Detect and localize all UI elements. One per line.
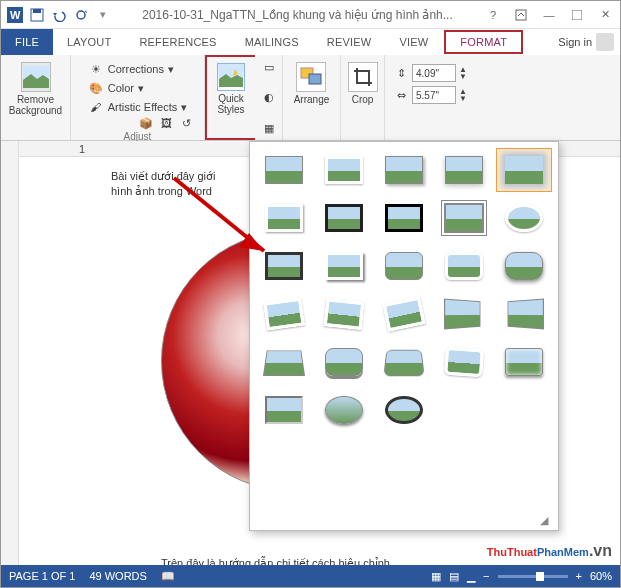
picture-layout-icon[interactable]: ▦ — [261, 120, 277, 136]
zoom-in-icon[interactable]: + — [576, 570, 582, 582]
svg-text:W: W — [10, 9, 21, 21]
remove-background-button[interactable]: Remove Background — [5, 58, 66, 116]
style-thumb[interactable] — [376, 148, 432, 192]
maximize-icon[interactable] — [566, 5, 588, 25]
reset-icon[interactable]: ↺ — [178, 115, 194, 131]
style-thumb[interactable] — [496, 244, 552, 288]
color-label: Color — [108, 82, 134, 94]
crop-button[interactable]: Crop — [344, 58, 382, 105]
tab-layout[interactable]: LAYOUT — [53, 29, 125, 55]
tab-format[interactable]: FORMAT — [444, 30, 523, 54]
height-row: ⇕ 4.09" ▲▼ — [393, 64, 467, 82]
style-thumb[interactable] — [316, 388, 372, 432]
style-thumb[interactable] — [496, 340, 552, 384]
svg-rect-10 — [309, 74, 321, 84]
corrections-label: Corrections — [108, 63, 164, 75]
undo-icon[interactable] — [49, 5, 69, 25]
style-thumb[interactable] — [436, 340, 492, 384]
change-picture-icon[interactable]: 🖼 — [158, 115, 174, 131]
style-thumb[interactable] — [256, 340, 312, 384]
page-indicator[interactable]: PAGE 1 OF 1 — [9, 570, 75, 582]
corrections-button[interactable]: ☀Corrections ▾ — [88, 61, 187, 77]
body-text: Bài viết dưới đây giới — [111, 169, 215, 184]
tab-file[interactable]: FILE — [1, 29, 53, 55]
style-thumb[interactable] — [376, 244, 432, 288]
tab-references[interactable]: REFERENCES — [125, 29, 230, 55]
compress-icon[interactable]: 📦 — [138, 115, 154, 131]
word-app-icon[interactable]: W — [5, 5, 25, 25]
artistic-effects-button[interactable]: 🖌Artistic Effects ▾ — [88, 99, 187, 115]
quick-access-toolbar: W ▾ — [5, 5, 113, 25]
qat-dropdown-icon[interactable]: ▾ — [93, 5, 113, 25]
ribbon-display-icon[interactable] — [510, 5, 532, 25]
minimize-icon[interactable]: — — [538, 5, 560, 25]
style-thumb[interactable] — [496, 196, 552, 240]
close-icon[interactable]: ✕ — [594, 5, 616, 25]
gallery-expand-icon[interactable]: ◢ — [540, 514, 552, 526]
style-thumb[interactable] — [436, 292, 492, 336]
palette-icon: 🎨 — [88, 80, 104, 96]
style-thumb[interactable] — [316, 196, 372, 240]
svg-point-4 — [77, 11, 85, 19]
group-remove-background: Remove Background — [1, 55, 71, 140]
view-print-icon[interactable]: ▤ — [449, 570, 459, 583]
quick-styles-button[interactable]: Quick Styles — [213, 59, 249, 115]
proofing-icon[interactable]: 📖 — [161, 570, 175, 583]
view-read-icon[interactable]: ▦ — [431, 570, 441, 583]
style-thumb[interactable] — [436, 196, 492, 240]
style-thumb[interactable] — [376, 292, 432, 336]
quick-styles-label: Quick Styles — [217, 93, 244, 115]
style-thumb[interactable] — [376, 196, 432, 240]
stepper-icon[interactable]: ▲▼ — [459, 66, 467, 80]
zoom-out-icon[interactable]: − — [483, 570, 489, 582]
arrange-button[interactable]: Arrange — [290, 58, 334, 105]
window-controls: ? — ✕ — [482, 5, 616, 25]
width-input[interactable]: 5.57" — [412, 86, 456, 104]
tab-mailings[interactable]: MAILINGS — [231, 29, 313, 55]
status-bar: PAGE 1 OF 1 49 WORDS 📖 ▦ ▤ ▁ − + 60% — [1, 565, 620, 587]
svg-rect-6 — [572, 10, 582, 20]
save-icon[interactable] — [27, 5, 47, 25]
style-thumb[interactable] — [256, 148, 312, 192]
zoom-slider-thumb[interactable] — [536, 572, 544, 581]
ruler-mark: 1 — [79, 143, 85, 155]
redo-icon[interactable] — [71, 5, 91, 25]
style-thumb[interactable] — [256, 244, 312, 288]
style-thumb-selected[interactable] — [496, 148, 552, 192]
remove-background-icon — [21, 62, 51, 92]
stepper-icon[interactable]: ▲▼ — [459, 88, 467, 102]
style-thumb[interactable] — [316, 244, 372, 288]
style-thumb[interactable] — [256, 388, 312, 432]
tab-view[interactable]: VIEW — [385, 29, 442, 55]
gallery-grid — [256, 148, 552, 432]
watermark-b: PhanMem — [537, 546, 589, 558]
zoom-slider[interactable] — [498, 575, 568, 578]
style-thumb[interactable] — [436, 244, 492, 288]
sign-in-label: Sign in — [558, 36, 592, 48]
style-thumb[interactable] — [316, 148, 372, 192]
sign-in[interactable]: Sign in — [552, 29, 620, 55]
style-thumb[interactable] — [376, 340, 432, 384]
group-crop: Crop — [341, 55, 385, 140]
picture-border-icon[interactable]: ▭ — [261, 59, 277, 75]
group-quick-styles: Quick Styles — [205, 55, 255, 140]
style-thumb[interactable] — [496, 292, 552, 336]
svg-rect-5 — [516, 10, 526, 20]
color-button[interactable]: 🎨Color ▾ — [88, 80, 187, 96]
zoom-level[interactable]: 60% — [590, 570, 612, 582]
style-thumb[interactable] — [256, 196, 312, 240]
style-thumb[interactable] — [436, 148, 492, 192]
word-count[interactable]: 49 WORDS — [89, 570, 146, 582]
style-thumb[interactable] — [316, 340, 372, 384]
tab-review[interactable]: REVIEW — [313, 29, 386, 55]
vertical-ruler[interactable] — [1, 141, 19, 565]
style-thumb[interactable] — [376, 388, 432, 432]
style-thumb[interactable] — [256, 292, 312, 336]
style-thumb[interactable] — [316, 292, 372, 336]
help-icon[interactable]: ? — [482, 5, 504, 25]
width-row: ⇔ 5.57" ▲▼ — [393, 86, 467, 104]
ribbon-tabs: FILE LAYOUT REFERENCES MAILINGS REVIEW V… — [1, 29, 620, 55]
height-input[interactable]: 4.09" — [412, 64, 456, 82]
view-web-icon[interactable]: ▁ — [467, 570, 475, 583]
picture-effects-icon[interactable]: ◐ — [261, 90, 277, 106]
